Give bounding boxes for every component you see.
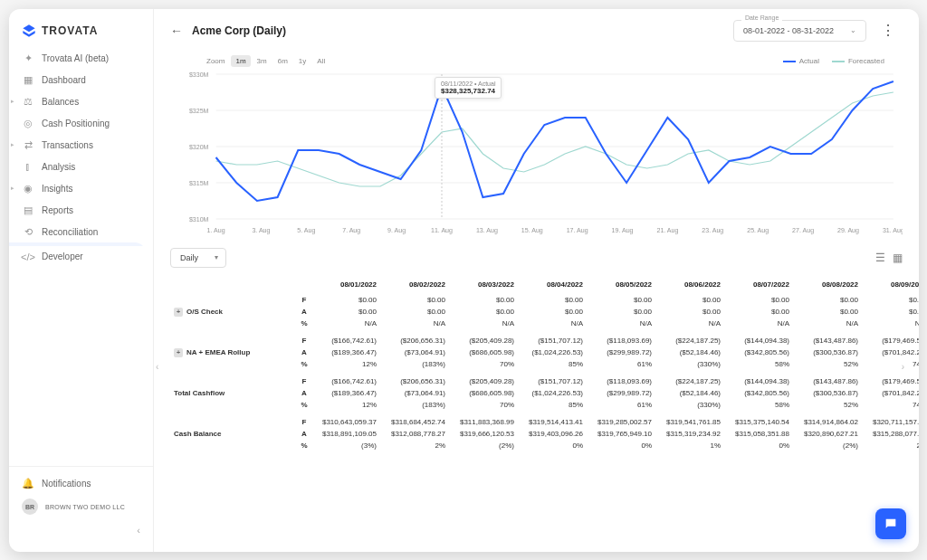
zoom-label: Zoom	[206, 57, 225, 65]
cell: (183%)	[380, 399, 449, 411]
sidebar-item-balances[interactable]: ▸⚖Balances	[9, 90, 153, 112]
row-type: A	[297, 346, 311, 358]
cell: $0.00	[724, 306, 793, 318]
cell: ($342,805.56)	[724, 346, 793, 358]
legend-actual: Actual	[783, 57, 819, 65]
data-table: 08/01/202208/02/202208/03/202208/04/2022…	[170, 275, 903, 457]
cell: $311,883,368.99	[449, 416, 518, 428]
collapse-sidebar[interactable]: ‹	[9, 519, 153, 541]
sidebar-item-insights[interactable]: ▸◉Insights	[9, 177, 153, 199]
col-header: 08/08/2022	[793, 275, 862, 294]
line-chart[interactable]: $310M$315M$320M$325M$330M1. Aug3. Aug5. …	[170, 65, 903, 237]
sidebar-item-label: Cash Positioning	[42, 119, 110, 128]
nav-icon: ◉	[22, 182, 34, 195]
sidebar-item-transactions[interactable]: ▸⇄Transactions	[9, 134, 153, 156]
svg-text:17. Aug: 17. Aug	[567, 227, 588, 234]
cell: $0.00	[655, 294, 724, 306]
sidebar-item-dashboard[interactable]: ▦Dashboard	[9, 69, 153, 90]
chart-tooltip: 08/11/2022 • Actual $328,325,732.74	[435, 77, 502, 99]
chat-fab[interactable]	[875, 508, 906, 539]
nav-icon: ⚖	[22, 95, 34, 108]
col-header: 08/01/2022	[311, 275, 380, 294]
nav-icon: ✦	[22, 52, 34, 64]
frequency-select[interactable]: Daily	[170, 248, 226, 268]
cell: ($73,064.91)	[380, 387, 449, 399]
cell: ($179,469.58)	[862, 335, 919, 346]
chevron-down-icon: ⌄	[850, 26, 856, 34]
row-type: %	[297, 399, 311, 411]
row-type: %	[297, 318, 311, 329]
developer-link[interactable]: </> Developer	[9, 246, 153, 268]
nav-icon: ⫿	[22, 160, 34, 173]
cell: ($206,656.31)	[380, 335, 449, 346]
col-header: 08/04/2022	[518, 275, 587, 294]
cell: ($224,187.25)	[655, 375, 724, 387]
sidebar-item-reconciliation[interactable]: ⟲Reconciliation	[9, 221, 153, 242]
sidebar-item-label: Balances	[42, 97, 79, 107]
col-header: 08/07/2022	[724, 275, 793, 294]
row-o-s-check[interactable]: +O/S Check	[170, 294, 297, 329]
col-header: 08/09/2022	[862, 275, 919, 294]
cell: 0%	[518, 440, 587, 451]
brand-logo: TROVATA	[9, 20, 153, 47]
cell: $319,666,120.53	[449, 428, 518, 440]
cell: 12%	[311, 358, 380, 370]
col-header: 08/05/2022	[587, 275, 655, 294]
svg-text:9. Aug: 9. Aug	[387, 227, 406, 234]
settings-icon[interactable]: ☰	[875, 252, 885, 264]
cell: $310,643,059.37	[311, 416, 380, 428]
cell: ($189,366.47)	[311, 346, 380, 358]
cell: $315,058,351.88	[724, 428, 793, 440]
date-range-picker[interactable]: Date Range 08-01-2022 - 08-31-2022 ⌄	[733, 20, 866, 42]
notifications-link[interactable]: 🔔 Notifications	[9, 472, 153, 494]
row-type: F	[297, 416, 311, 428]
row-total-cashflow: Total Cashflow	[170, 375, 297, 411]
cell: ($189,366.47)	[311, 387, 380, 399]
chat-icon	[884, 517, 898, 531]
cell: 0%	[587, 440, 655, 451]
cell: 0%	[724, 440, 793, 451]
org-switcher[interactable]: BR BROWN TWO DEMO LLC	[9, 494, 153, 519]
sidebar-item-cash-positioning[interactable]: ◎Cash Positioning	[9, 112, 153, 134]
cell: ($143,487.86)	[793, 335, 862, 346]
col-header: 08/03/2022	[449, 275, 518, 294]
table-next[interactable]: ›	[902, 361, 904, 371]
cell: 58%	[724, 358, 793, 370]
back-button[interactable]: ←	[170, 24, 183, 38]
cell: $0.00	[449, 294, 518, 306]
sidebar-item-reports[interactable]: ▤Reports	[9, 199, 153, 221]
cell: N/A	[587, 318, 655, 329]
sidebar-item-label: Trovata AI (beta)	[42, 53, 109, 63]
cell: $319,403,096.26	[518, 428, 587, 440]
svg-text:$325M: $325M	[189, 108, 209, 114]
expand-icon: +	[174, 348, 183, 357]
table-prev[interactable]: ‹	[156, 361, 158, 371]
cell: ($118,093.69)	[587, 375, 655, 387]
svg-text:13. Aug: 13. Aug	[476, 227, 498, 234]
cell: (2%)	[793, 440, 862, 451]
svg-text:31. Aug: 31. Aug	[883, 227, 903, 234]
sidebar-item-analysis[interactable]: ⫿Analysis	[9, 156, 153, 177]
cell: ($205,409.28)	[449, 375, 518, 387]
cell: $0.00	[380, 306, 449, 318]
cell: ($206,656.31)	[380, 375, 449, 387]
nav-icon: ⟲	[22, 225, 34, 238]
grid-icon[interactable]: ▦	[893, 252, 903, 264]
svg-text:27. Aug: 27. Aug	[792, 227, 814, 234]
sidebar-item-trovata-ai-beta-[interactable]: ✦Trovata AI (beta)	[9, 47, 153, 69]
sidebar: TROVATA ✦Trovata AI (beta)▦Dashboard▸⚖Ba…	[9, 9, 154, 552]
cell: ($701,842.23)	[862, 387, 919, 399]
expand-icon: +	[174, 308, 183, 317]
cell: 52%	[793, 358, 862, 370]
cell: N/A	[380, 318, 449, 329]
legend: ActualForecasted	[783, 57, 884, 65]
svg-text:15. Aug: 15. Aug	[521, 227, 543, 234]
row-type: F	[297, 294, 311, 306]
cell: $315,288,077.02	[862, 428, 919, 440]
avatar: BR	[22, 498, 38, 515]
svg-text:1. Aug: 1. Aug	[207, 227, 225, 234]
row-na-emea-rollup[interactable]: +NA + EMEA Rollup	[170, 335, 297, 370]
more-menu[interactable]: ⋮	[874, 18, 903, 43]
svg-text:23. Aug: 23. Aug	[702, 227, 723, 234]
cell: ($342,805.56)	[724, 387, 793, 399]
